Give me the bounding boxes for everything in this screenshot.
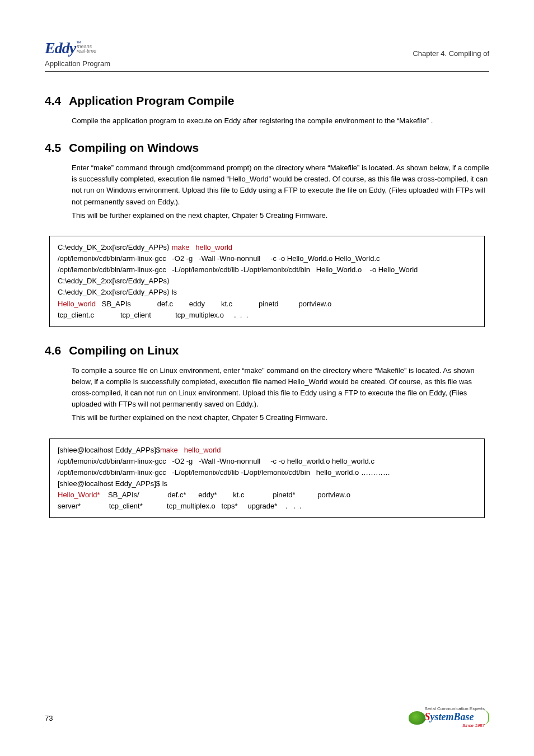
logo-realtime: real-time (77, 48, 96, 54)
section-4-5-title: 4.5Compiling on Windows (45, 141, 489, 155)
section-4-4-num: 4.4 (45, 94, 61, 107)
logo-name: SystemBase (424, 711, 474, 723)
code-line: [shlee@localhost Eddy_APPs]$ ls (58, 479, 167, 488)
code-line: SB_APIs/ def.c* eddy* kt.c pinetd* portv… (100, 491, 350, 499)
code-box-windows: C:\eddy_DK_2xx[\src/Eddy_APPs⟩ make hell… (49, 236, 485, 327)
page-number: 73 (45, 714, 53, 722)
section-4-6-heading: Compiling on Linux (69, 344, 179, 357)
code-line: /opt/lemonix/cdt/bin/arm-linux-gcc -L/op… (58, 265, 418, 274)
section-4-4-body: Compile the application program to execu… (72, 115, 489, 127)
section-4-5-num: 4.5 (45, 141, 61, 154)
frog-icon (407, 709, 427, 726)
code-box-linux: [shlee@localhost Eddy_APPs]$make hello_w… (49, 438, 485, 519)
logo-text: Eddy (45, 39, 76, 57)
code-line: tcp_client.c tcp_client tcp_multiplex.o … (58, 311, 248, 319)
logo-tagline: Serial Communication Experts (424, 706, 485, 711)
code-line: [shlee@localhost Eddy_APPs]$ (58, 446, 160, 454)
code-line: /opt/lemonix/cdt/bin/arm-linux-gcc -L/op… (58, 468, 390, 477)
code-line: C:\eddy_DK_2xx[\src/Eddy_APPs⟩ ls (58, 288, 177, 296)
code-highlight: Hello_World* (58, 491, 100, 499)
section-4-6-title: 4.6Compiling on Linux (45, 344, 489, 357)
code-line: /opt/lemonix/cdt/bin/arm-linux-gcc -O2 -… (58, 254, 380, 263)
swoosh-icon (484, 710, 489, 725)
code-highlight: make hello_world (160, 446, 221, 454)
code-line: C:\eddy_DK_2xx[\src/Eddy_APPs⟩ (58, 277, 170, 285)
section-4-5-body: Enter “make” command through cmd(command… (72, 162, 489, 208)
code-line: server* tcp_client* tcp_multiplex.o tcps… (58, 502, 302, 510)
section-4-6-body2: This will be further explained on the ne… (72, 412, 489, 423)
logo: Eddy ™ means real-time (45, 39, 110, 57)
code-line: SB_APIs def.c eddy kt.c pinetd portview.… (96, 300, 331, 308)
systembase-logo-text: Serial Communication Experts SystemBase … (424, 706, 485, 728)
section-4-4-heading: Application Program Compile (69, 94, 234, 107)
code-highlight: make hello_world (172, 243, 232, 251)
section-4-5-heading: Compiling on Windows (69, 141, 199, 154)
page-header: Eddy ™ means real-time Application Progr… (45, 39, 489, 72)
header-subtitle: Application Program (45, 59, 110, 68)
section-4-6-body: To compile a source file on Linux enviro… (72, 365, 489, 410)
code-highlight: Hello_world (58, 300, 96, 308)
code-line: C:\eddy_DK_2xx[\src/Eddy_APPs⟩ (58, 243, 172, 251)
footer-logo: Serial Communication Experts SystemBase … (407, 706, 489, 728)
section-4-5-body2: This will be further explained on the ne… (72, 210, 489, 221)
section-4-6-num: 4.6 (45, 344, 61, 357)
logo-since: Since 1987 (462, 723, 485, 728)
section-4-4-title: 4.4Application Program Compile (45, 94, 489, 108)
code-line: /opt/lemonix/cdt/bin/arm-linux-gcc -O2 -… (58, 457, 374, 465)
header-left: Eddy ™ means real-time Application Progr… (45, 39, 110, 68)
chapter-label: Chapter 4. Compiling of (413, 49, 489, 58)
